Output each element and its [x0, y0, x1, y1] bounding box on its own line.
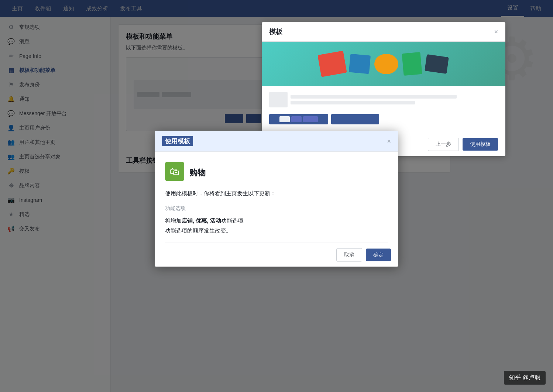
modal-product-row: 🛍 购物 — [165, 162, 388, 183]
modal-description: 使用此模板时，你将看到主页发生以下更新： — [165, 189, 388, 198]
modal-back-title: 模板 — [269, 27, 282, 36]
modal-back-close-button[interactable]: × — [494, 28, 498, 35]
cancel-button[interactable]: 取消 — [336, 248, 362, 261]
feature-bold: 店铺, 优惠, 活动 — [182, 217, 221, 223]
modal-front-title: 使用模板 — [162, 136, 193, 146]
modal-back-header: 模板 × — [262, 22, 505, 42]
product-name: 购物 — [189, 167, 206, 178]
feature-prefix: 将增加 — [165, 217, 182, 223]
back-step-button[interactable]: 上一步 — [428, 138, 459, 151]
confirm-button[interactable]: 确定 — [366, 248, 391, 261]
modal-front-header: 使用模板 × — [155, 131, 398, 152]
modal-back-image — [262, 42, 505, 86]
modal-section-title: 功能选项 — [165, 205, 388, 212]
modal-front-footer: 取消 确定 — [155, 243, 398, 267]
modal-feature-line1: 将增加店铺, 优惠, 活动功能选项。 — [165, 215, 388, 225]
feature-suffix: 功能选项。 — [221, 217, 249, 223]
watermark: 知乎 @卢聪 — [504, 371, 546, 385]
product-icon: 🛍 — [165, 162, 184, 181]
modal-use-template: 使用模板 × 🛍 购物 使用此模板时，你将看到主页发生以下更新： 功能选项 将增… — [155, 131, 398, 267]
modal-feature-line2: 功能选项的顺序发生改变。 — [165, 225, 388, 235]
modal-front-body: 🛍 购物 使用此模板时，你将看到主页发生以下更新： 功能选项 将增加店铺, 优惠… — [155, 152, 398, 243]
use-template-button[interactable]: 使用模板 — [463, 138, 498, 151]
modal-front-close-button[interactable]: × — [387, 138, 391, 144]
